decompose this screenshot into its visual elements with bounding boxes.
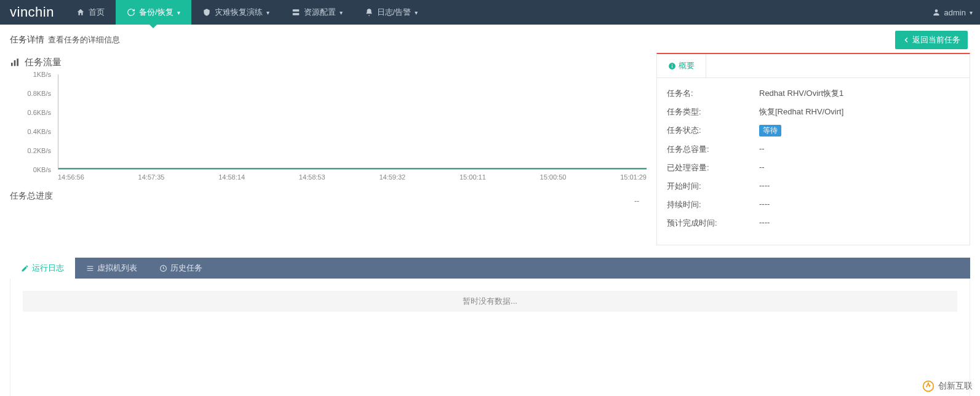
x-tick: 15:00:50 [540, 173, 567, 181]
svg-rect-1 [292, 13, 299, 15]
chart-x-axis: 14:56:56 14:57:35 14:58:14 14:58:53 14:5… [58, 170, 647, 181]
svg-rect-8 [672, 64, 672, 65]
nav-disaster-label: 灾难恢复演练 [215, 7, 263, 18]
nav-home-label: 首页 [89, 7, 105, 18]
summary-value: -- [759, 162, 960, 173]
summary-row-duration: 持续时间: ---- [667, 196, 960, 214]
tab-vmlist[interactable]: 虚拟机列表 [75, 258, 148, 279]
bottom-content: 暂时没有数据... [10, 279, 970, 396]
nav-resource-label: 资源配置 [304, 7, 336, 18]
x-tick: 14:56:56 [58, 173, 84, 181]
back-button[interactable]: 返回当前任务 [895, 31, 968, 49]
y-tick: 1KB/s [33, 71, 51, 78]
list-icon [86, 264, 94, 272]
bar-chart-icon [10, 58, 20, 68]
nav-log-label: 日志/告警 [377, 7, 412, 18]
summary-label: 任务类型: [667, 106, 759, 117]
svg-rect-9 [87, 266, 94, 266]
summary-row-type: 任务类型: 恢复[Redhat RHV/Ovirt] [667, 103, 960, 121]
breadcrumb: 任务详情 查看任务的详细信息 [10, 34, 120, 46]
summary-row-name: 任务名: Redhat RHV/Ovirt恢复1 [667, 84, 960, 103]
refresh-icon [127, 8, 135, 17]
svg-rect-7 [672, 65, 672, 68]
page-title: 任务详情 [10, 34, 44, 46]
navbar-left: vinchin 首页 备份/恢复 ▾ 灾难恢复演练 ▾ [7, 0, 429, 25]
summary-panel: 概要 任务名: Redhat RHV/Ovirt恢复1 任务类型: 恢复[Red… [656, 53, 970, 245]
x-tick: 15:01:29 [620, 173, 647, 181]
throughput-chart: 1KB/s 0.8KB/s 0.6KB/s 0.4KB/s 0.2KB/s 0K… [10, 74, 647, 181]
summary-label: 持续时间: [667, 199, 759, 210]
nav-backup-label: 备份/恢复 [139, 7, 173, 18]
nav-log[interactable]: 日志/告警 ▾ [354, 0, 429, 25]
shield-icon [202, 8, 211, 17]
summary-value: Redhat RHV/Ovirt恢复1 [759, 88, 960, 99]
x-tick: 14:57:35 [138, 173, 165, 181]
x-tick: 14:58:14 [218, 173, 245, 181]
page-header: 任务详情 查看任务的详细信息 返回当前任务 [0, 25, 980, 53]
footer-brand: 创新互联 [922, 380, 973, 392]
summary-value: ---- [759, 181, 960, 192]
summary-value: ---- [759, 218, 960, 229]
user-menu[interactable]: admin ▾ [932, 8, 973, 17]
summary-row-processed: 已处理容量: -- [667, 159, 960, 177]
chevron-down-icon: ▾ [415, 9, 418, 16]
svg-rect-5 [17, 58, 18, 66]
clock-icon [159, 264, 167, 272]
tab-runlog[interactable]: 运行日志 [10, 258, 75, 279]
summary-label: 开始时间: [667, 181, 759, 192]
summary-row-total: 任务总容量: -- [667, 140, 960, 159]
summary-row-start: 开始时间: ---- [667, 177, 960, 196]
chart-plot-area [58, 74, 647, 170]
summary-tabs: 概要 [657, 54, 970, 78]
nav-home[interactable]: 首页 [65, 0, 116, 25]
arrow-left-icon [902, 36, 910, 44]
nav-disaster[interactable]: 灾难恢复演练 ▾ [191, 0, 281, 25]
summary-label: 任务总容量: [667, 144, 759, 155]
tab-history-label: 历史任务 [170, 263, 202, 274]
edit-icon [21, 264, 29, 272]
svg-rect-10 [87, 267, 94, 268]
server-icon [292, 8, 300, 17]
status-badge: 等待 [759, 125, 781, 137]
spark-icon [922, 380, 934, 392]
summary-label: 任务名: [667, 88, 759, 99]
summary-label: 已处理容量: [667, 162, 759, 173]
chevron-down-icon: ▾ [266, 9, 269, 16]
chart-title: 任务流量 [10, 53, 647, 74]
x-tick: 14:59:32 [379, 173, 405, 181]
nav-backup[interactable]: 备份/恢复 ▾ [116, 0, 191, 25]
bottom-section: 运行日志 虚拟机列表 历史任务 暂时没有数据... [10, 258, 970, 396]
svg-rect-4 [14, 60, 16, 66]
progress-value: -- [634, 187, 647, 205]
user-name: admin [944, 8, 966, 17]
svg-rect-11 [87, 270, 94, 271]
info-icon [668, 62, 676, 70]
chevron-down-icon: ▾ [970, 9, 973, 16]
back-button-label: 返回当前任务 [912, 34, 960, 46]
tab-summary[interactable]: 概要 [657, 54, 706, 77]
progress-label: 任务总进度 [10, 191, 53, 202]
svg-rect-0 [292, 9, 299, 12]
summary-label: 预计完成时间: [667, 218, 759, 229]
chart-title-text: 任务流量 [25, 57, 62, 68]
left-column: 任务流量 1KB/s 0.8KB/s 0.6KB/s 0.4KB/s 0.2KB… [10, 53, 647, 245]
summary-body: 任务名: Redhat RHV/Ovirt恢复1 任务类型: 恢复[Redhat… [657, 78, 970, 245]
summary-value: ---- [759, 199, 960, 210]
tab-history[interactable]: 历史任务 [148, 258, 213, 279]
main-content: 任务流量 1KB/s 0.8KB/s 0.6KB/s 0.4KB/s 0.2KB… [0, 53, 980, 245]
bottom-tabs: 运行日志 虚拟机列表 历史任务 [10, 258, 970, 279]
home-icon [76, 8, 85, 17]
x-tick: 14:58:53 [299, 173, 325, 181]
summary-value: 等待 [759, 125, 960, 137]
x-tick: 15:00:11 [460, 173, 486, 181]
nav-items: 首页 备份/恢复 ▾ 灾难恢复演练 ▾ 资源配置 [65, 0, 429, 25]
nav-resource[interactable]: 资源配置 ▾ [281, 0, 354, 25]
y-tick: 0.4KB/s [27, 128, 51, 135]
svg-rect-3 [11, 63, 13, 66]
summary-row-status: 任务状态: 等待 [667, 121, 960, 140]
no-data-message: 暂时没有数据... [23, 291, 957, 312]
svg-point-2 [934, 9, 938, 12]
chevron-down-icon: ▾ [177, 9, 180, 16]
tab-runlog-label: 运行日志 [32, 263, 64, 274]
user-icon [932, 8, 941, 17]
